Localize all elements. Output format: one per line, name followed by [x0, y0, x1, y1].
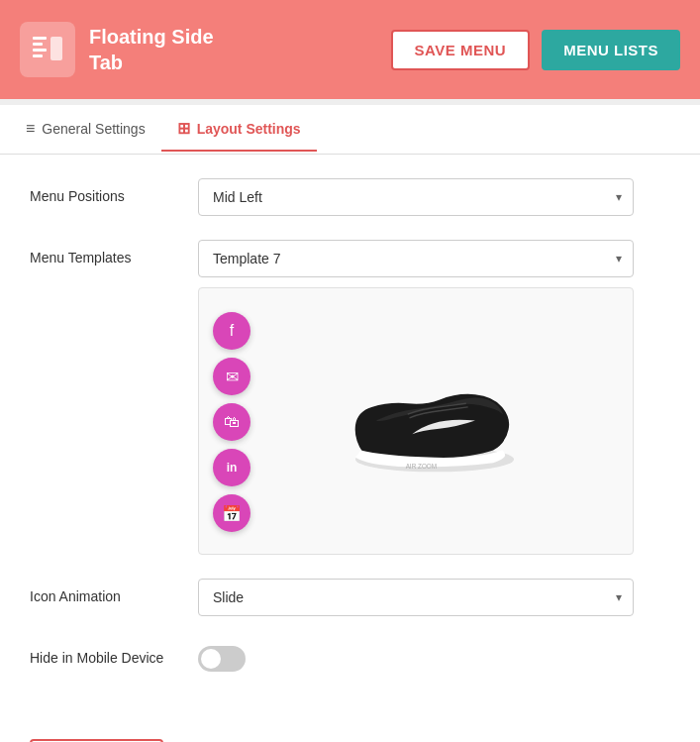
menu-positions-control: Mid Left Top Left Bottom Left Mid Right … — [198, 178, 670, 216]
hide-mobile-toggle[interactable] — [198, 646, 246, 672]
facebook-icon-btn[interactable]: f — [213, 312, 250, 350]
menu-templates-label: Menu Templates — [30, 240, 198, 265]
content-area: Menu Positions Mid Left Top Left Bottom … — [0, 155, 700, 729]
hide-mobile-row: Hide in Mobile Device — [30, 640, 670, 676]
icon-animation-select[interactable]: Slide Bounce Fade Spin — [198, 579, 634, 616]
svg-text:AIR ZOOM: AIR ZOOM — [406, 463, 437, 470]
icon-animation-select-wrapper: Slide Bounce Fade Spin ▾ — [198, 579, 634, 616]
svg-rect-0 — [33, 37, 47, 40]
icon-animation-label: Icon Animation — [30, 579, 198, 604]
svg-rect-4 — [50, 37, 62, 60]
svg-rect-1 — [33, 43, 43, 46]
header-right: SAVE MENU MENU LISTS — [391, 30, 680, 70]
menu-positions-row: Menu Positions Mid Left Top Left Bottom … — [30, 178, 670, 216]
linkedin-icon-btn[interactable]: in — [213, 449, 250, 486]
app-icon-box — [20, 22, 75, 77]
calendar-icon-btn[interactable]: 📅 — [213, 494, 250, 532]
menu-templates-select[interactable]: Template 1 Template 2 Template 3 Templat… — [198, 240, 634, 277]
menu-positions-select-wrapper: Mid Left Top Left Bottom Left Mid Right … — [198, 178, 634, 216]
menu-positions-select[interactable]: Mid Left Top Left Bottom Left Mid Right … — [198, 178, 634, 216]
template-preview-area: f ✉ 🛍 in 📅 — [198, 287, 634, 555]
header-left: Floating Side Tab — [20, 22, 214, 77]
toggle-slider — [198, 646, 246, 672]
hamburger-icon: ≡ — [26, 120, 35, 138]
tab-layout-label: Layout Settings — [197, 121, 301, 137]
grid-icon: ⊞ — [177, 119, 190, 138]
bottom-actions: SAVE MENU — [0, 729, 700, 742]
hide-mobile-control — [198, 640, 670, 676]
shoe-preview-image: AIR ZOOM — [250, 302, 619, 530]
menu-lists-button[interactable]: MENU LISTS — [542, 30, 680, 70]
svg-rect-3 — [33, 54, 43, 57]
menu-templates-control: Template 1 Template 2 Template 3 Templat… — [198, 240, 670, 555]
save-menu-header-button[interactable]: SAVE MENU — [391, 30, 531, 70]
menu-templates-select-wrapper: Template 1 Template 2 Template 3 Templat… — [198, 240, 634, 277]
email-icon-btn[interactable]: ✉ — [213, 358, 250, 395]
header: Floating Side Tab SAVE MENU MENU LISTS — [0, 0, 700, 99]
floating-icons-list: f ✉ 🛍 in 📅 — [213, 312, 250, 532]
app-icon — [31, 33, 64, 66]
icon-animation-row: Icon Animation Slide Bounce Fade Spin ▾ — [30, 579, 670, 616]
tab-general-settings[interactable]: ≡ General Settings — [10, 108, 161, 152]
svg-rect-2 — [33, 49, 47, 52]
menu-templates-row: Menu Templates Template 1 Template 2 Tem… — [30, 240, 670, 555]
tabs-bar: ≡ General Settings ⊞ Layout Settings — [0, 105, 700, 155]
tab-general-label: General Settings — [42, 121, 145, 137]
hide-mobile-label: Hide in Mobile Device — [30, 640, 198, 666]
menu-positions-label: Menu Positions — [30, 178, 198, 204]
app-title: Floating Side Tab — [89, 24, 214, 75]
bag-icon-btn[interactable]: 🛍 — [213, 403, 250, 441]
tab-layout-settings[interactable]: ⊞ Layout Settings — [161, 107, 317, 152]
icon-animation-control: Slide Bounce Fade Spin ▾ — [198, 579, 670, 616]
shoe-svg: AIR ZOOM — [336, 352, 534, 480]
